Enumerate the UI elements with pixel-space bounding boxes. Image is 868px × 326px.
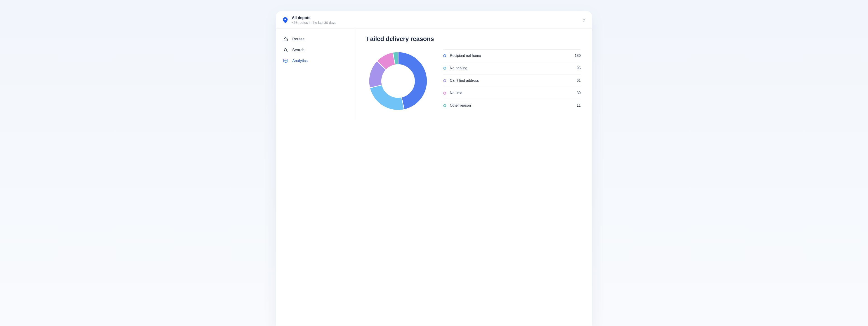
legend-label: Recipient not home <box>450 54 481 58</box>
legend-marker-icon <box>443 104 446 107</box>
legend-marker-icon <box>443 92 446 94</box>
depot-title: All depots <box>292 16 574 20</box>
legend-row: No parking95 <box>443 62 581 74</box>
chart-row: Recipient not home180No parking95Can't f… <box>366 49 581 113</box>
main: Failed delivery reasons Recipient not ho… <box>355 29 592 119</box>
legend-value: 11 <box>577 104 581 108</box>
legend-label: Other reason <box>450 104 471 108</box>
legend-label: Can't find address <box>450 79 479 83</box>
sidebar-item-label: Search <box>292 48 305 52</box>
depot-selector[interactable]: All depots 453 routes in the last 30 day… <box>292 16 574 24</box>
svg-line-2 <box>286 51 287 52</box>
sidebar-item-routes[interactable]: Routes <box>281 34 350 44</box>
sidebar-item-analytics[interactable]: Analytics <box>281 56 350 66</box>
legend-value: 39 <box>577 91 581 95</box>
legend-value: 180 <box>575 54 581 58</box>
legend-value: 61 <box>577 79 581 83</box>
donut-slice <box>370 85 404 110</box>
location-pin-icon <box>283 17 288 23</box>
header: All depots 453 routes in the last 30 day… <box>276 11 592 29</box>
sidebar: Routes Search <box>276 29 355 119</box>
legend-left: No parking <box>443 66 467 70</box>
legend-left: Other reason <box>443 104 471 108</box>
legend-row: No time39 <box>443 87 581 99</box>
analytics-icon <box>283 59 288 63</box>
sidebar-item-search[interactable]: Search <box>281 45 350 55</box>
body: Routes Search <box>276 29 592 119</box>
search-icon <box>283 48 288 52</box>
app-card: All depots 453 routes in the last 30 day… <box>276 11 592 326</box>
svg-point-0 <box>284 19 286 20</box>
legend-row: Can't find address61 <box>443 74 581 87</box>
legend-label: No parking <box>450 66 467 70</box>
svg-point-1 <box>284 49 287 51</box>
sidebar-item-label: Analytics <box>292 59 308 63</box>
legend-value: 95 <box>577 66 581 70</box>
legend-marker-icon <box>443 67 446 70</box>
legend-marker-icon <box>443 54 446 57</box>
donut-chart <box>366 49 430 113</box>
legend-row: Other reason11 <box>443 99 581 112</box>
legend-left: Can't find address <box>443 79 479 83</box>
sidebar-item-label: Routes <box>292 37 305 42</box>
depot-subtitle: 453 routes in the last 30 days <box>292 21 574 24</box>
legend-marker-icon <box>443 79 446 82</box>
legend-left: Recipient not home <box>443 54 481 58</box>
legend-table: Recipient not home180No parking95Can't f… <box>443 49 581 112</box>
legend-left: No time <box>443 91 462 95</box>
selector-caret-icon[interactable] <box>583 18 585 22</box>
home-icon <box>283 37 288 42</box>
legend-label: No time <box>450 91 462 95</box>
legend-row: Recipient not home180 <box>443 49 581 62</box>
section-title: Failed delivery reasons <box>366 35 581 43</box>
